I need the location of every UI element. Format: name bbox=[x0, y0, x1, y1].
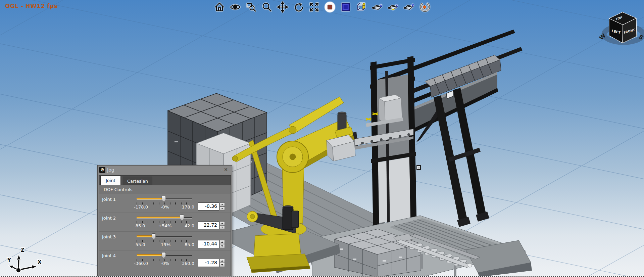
dof-controls-panel: DOF Controls Joint 1 -178.0 -0% 178.0 -0… bbox=[99, 185, 231, 277]
joint-1-spin-down[interactable] bbox=[219, 206, 225, 211]
joint-2-label: Joint 2 bbox=[102, 216, 116, 221]
rotate-view-icon[interactable] bbox=[292, 1, 304, 13]
viewport-3d[interactable] bbox=[0, 0, 644, 277]
view-cube[interactable]: TOP LEFT FRONT W S bbox=[596, 8, 644, 46]
joint-2-slider[interactable] bbox=[137, 215, 192, 221]
app-window: { "hud": { "fps_label": "OGL - HW12 fps"… bbox=[0, 0, 644, 277]
fps-counter: OGL - HW12 fps bbox=[5, 3, 57, 9]
joint-2-slider-thumb[interactable] bbox=[180, 215, 184, 221]
joint-1-spin-up[interactable] bbox=[219, 202, 225, 206]
joint-1-value-field[interactable]: -0.36 bbox=[198, 202, 219, 211]
eye-icon[interactable] bbox=[229, 1, 241, 13]
cube-blue-icon[interactable] bbox=[340, 1, 352, 13]
joint-2-spin-down[interactable] bbox=[219, 225, 225, 229]
jog-dialog: ⚙ Jog ✕ Joint Cartesian DOF Controls Joi… bbox=[97, 165, 232, 277]
joint-2-percent: +54% bbox=[158, 223, 171, 228]
plane-view-3-icon[interactable] bbox=[403, 1, 415, 13]
orbit-ring-icon[interactable] bbox=[418, 1, 431, 13]
joint-3-percent: -19% bbox=[159, 242, 171, 247]
stop-record-icon[interactable] bbox=[324, 1, 336, 13]
dof-controls-header: DOF Controls bbox=[99, 185, 231, 194]
joint-2-spinner bbox=[219, 221, 225, 229]
tab-cartesian[interactable]: Cartesian bbox=[123, 177, 152, 185]
joint-4-slider[interactable] bbox=[137, 252, 192, 258]
zoom-icon[interactable] bbox=[261, 1, 273, 13]
joint-3-label: Joint 3 bbox=[102, 234, 116, 239]
joint-3-row: Joint 3 -55.0 -19% 85.0 -10.44 bbox=[99, 232, 231, 250]
tab-joint[interactable]: Joint bbox=[100, 176, 121, 185]
axis-triad: Z Y X bbox=[6, 240, 46, 276]
joint-4-label: Joint 4 bbox=[102, 253, 116, 258]
joint-1-slider-thumb[interactable] bbox=[161, 196, 166, 202]
joint-3-spin-up[interactable] bbox=[219, 240, 225, 244]
plane-view-2-icon[interactable] bbox=[387, 1, 399, 13]
joint-4-value-field[interactable]: -1.28 bbox=[198, 259, 219, 267]
axis-x-label: X bbox=[38, 259, 42, 265]
joint-3-slider[interactable] bbox=[137, 233, 192, 239]
selection-handle[interactable] bbox=[417, 166, 420, 170]
jog-dialog-titlebar[interactable]: ⚙ Jog ✕ bbox=[98, 166, 232, 175]
joint-4-min: -360.0 bbox=[134, 261, 148, 266]
joint-4-slider-thumb[interactable] bbox=[161, 252, 166, 258]
joint-1-min: -178.0 bbox=[134, 204, 148, 210]
home-icon[interactable] bbox=[213, 1, 226, 13]
fit-expand-icon[interactable] bbox=[308, 1, 320, 13]
joint-2-max: 42.0 bbox=[185, 223, 194, 228]
joint-4-percent: -0% bbox=[161, 261, 169, 266]
axis-z-label: Z bbox=[21, 247, 24, 253]
joint-4-spin-up[interactable] bbox=[219, 259, 225, 263]
joint-1-slider[interactable] bbox=[137, 196, 192, 202]
joint-2-row: Joint 2 -85.0 +54% 42.0 22.72 bbox=[99, 213, 231, 232]
joint-3-max: 85.0 bbox=[185, 242, 194, 247]
close-icon[interactable]: ✕ bbox=[224, 167, 228, 172]
jog-dialog-title: Jog bbox=[107, 167, 114, 173]
view-toolbar bbox=[213, 1, 431, 13]
plane-view-1-icon[interactable] bbox=[371, 1, 383, 13]
gear-icon: ⚙ bbox=[99, 167, 105, 173]
zoom-region-icon[interactable] bbox=[245, 1, 257, 13]
joint-4-max: 360.0 bbox=[182, 261, 194, 266]
section-cube-icon[interactable] bbox=[355, 1, 367, 13]
joint-2-min: -85.0 bbox=[134, 223, 145, 228]
joint-3-spinner bbox=[219, 240, 225, 248]
joint-1-percent: -0% bbox=[161, 204, 169, 210]
axis-y-label: Y bbox=[7, 257, 11, 263]
pan-icon[interactable] bbox=[277, 1, 289, 13]
joint-4-row: Joint 4 -360.0 -0% 360.0 -1.28 bbox=[99, 250, 231, 269]
jog-tabstrip: Joint Cartesian bbox=[99, 175, 231, 185]
joint-1-max: 178.0 bbox=[182, 204, 194, 210]
joint-1-label: Joint 1 bbox=[102, 197, 116, 202]
joint-4-spin-down[interactable] bbox=[219, 263, 225, 267]
joint-2-spin-up[interactable] bbox=[219, 221, 225, 225]
joint-1-row: Joint 1 -178.0 -0% 178.0 -0.36 bbox=[99, 194, 231, 213]
joint-1-spinner bbox=[219, 202, 225, 211]
joint-3-value-field[interactable]: -10.44 bbox=[198, 240, 219, 248]
joint-3-slider-thumb[interactable] bbox=[152, 233, 156, 239]
joint-3-min: -55.0 bbox=[134, 242, 145, 247]
joint-2-value-field[interactable]: 22.72 bbox=[198, 221, 219, 229]
joint-3-spin-down[interactable] bbox=[219, 244, 225, 248]
joint-4-spinner bbox=[219, 259, 225, 267]
